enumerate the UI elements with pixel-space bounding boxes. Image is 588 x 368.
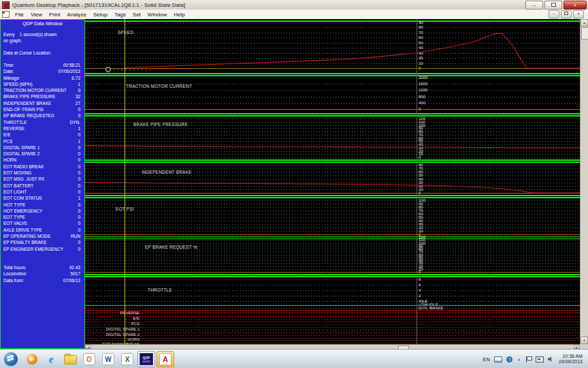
- menu-item-help[interactable]: Help: [170, 10, 188, 19]
- menu-item-tags[interactable]: Tags: [111, 10, 129, 19]
- acrobat-icon: A: [159, 353, 172, 365]
- data-row-label: REVERSE: [3, 125, 24, 132]
- help-icon[interactable]: ?: [506, 356, 512, 363]
- data-row-label: EOT MOVING: [3, 170, 31, 176]
- network-icon[interactable]: [536, 356, 544, 363]
- menu-item-print[interactable]: Print: [46, 10, 63, 19]
- data-row-value: 0: [78, 132, 80, 138]
- data-row-label: AXLE DRIVE TYPE: [3, 227, 42, 233]
- data-row-value: 0: [78, 227, 80, 233]
- data-row: HORN0: [1, 157, 84, 163]
- data-row: EOT BATTERY0: [1, 183, 84, 189]
- data-row-label: SPEED (MPH): [3, 81, 33, 87]
- summary-row-value: 5017: [71, 271, 80, 277]
- data-row-value: 0: [78, 189, 80, 195]
- data-row-label: EOT RADIO BREAK: [3, 164, 44, 170]
- trace-layer: [85, 19, 580, 344]
- summary-row: Data from:07/06/13: [1, 277, 84, 283]
- mdi-close-icon: ×: [577, 12, 580, 16]
- taskbar-acrobat[interactable]: A: [157, 351, 174, 367]
- scroll-up-button[interactable]: ▲: [581, 19, 588, 27]
- data-row: AXLE DRIVE TYPE0: [1, 227, 84, 233]
- menu-item-window[interactable]: Window: [144, 10, 170, 19]
- minimize-button[interactable]: –: [525, 1, 543, 10]
- taskbar: ▶ e O W X QDP A EN ? ▲: [0, 349, 588, 368]
- data-row: EP BRAKE REQUESTED0: [1, 112, 84, 119]
- close-button[interactable]: ×: [564, 1, 587, 10]
- mdi-restore-icon: [564, 12, 568, 15]
- data-row-value: 0: [78, 220, 80, 226]
- restore-button[interactable]: [544, 1, 562, 10]
- taskbar-qdp[interactable]: QDP: [137, 351, 155, 367]
- vertical-scrollbar[interactable]: ▲ ▼: [580, 19, 588, 344]
- data-row-label: E/E: [3, 132, 10, 138]
- taskbar-file-explorer[interactable]: [61, 351, 79, 367]
- data-row-value: 27: [76, 100, 80, 106]
- folder-icon: [64, 355, 77, 365]
- data-row: HOT EMERGENCY0: [1, 208, 84, 214]
- data-row: EP PENALTY BRAKE0: [1, 239, 84, 245]
- data-row: Time:00:58:21: [1, 62, 84, 68]
- data-row: THROTTLEDYN.: [1, 119, 84, 125]
- data-row-value: 0: [78, 176, 80, 182]
- data-row: EOT TYPE0: [1, 214, 84, 220]
- start-button[interactable]: [4, 352, 18, 366]
- data-row: SPEED (MPH)1: [1, 81, 84, 87]
- mdi-minimize-button[interactable]: –: [549, 10, 559, 18]
- data-row: END-OF-TRAIN PSI0: [1, 106, 84, 112]
- menu-item-setup[interactable]: Setup: [90, 10, 111, 19]
- horizontal-scrollbar[interactable]: ◄ ►: [85, 344, 580, 349]
- mdi-close-button[interactable]: ×: [573, 10, 584, 18]
- taskbar-clock[interactable]: 10:36 AM 24/09/2013: [559, 354, 583, 365]
- data-row-label: HOT EMERGENCY: [3, 208, 42, 214]
- data-row: EOT MSG. JUST RX0: [1, 176, 84, 182]
- restore-icon: [551, 3, 556, 7]
- taskbar-media-player[interactable]: ▶: [23, 351, 41, 367]
- hidden-icons-chevron[interactable]: ▲: [517, 357, 521, 361]
- data-row-value: 0: [78, 87, 80, 93]
- data-row-label: EOT LIGHT: [3, 189, 27, 195]
- data-row-value: RUN: [71, 233, 80, 239]
- title-bar: Quantum Desktop Playback - [50171319CAL1…: [0, 0, 588, 10]
- language-indicator[interactable]: EN: [483, 356, 490, 363]
- close-icon: ×: [574, 3, 576, 7]
- chart-wrapper: 9080706050403020100SPEED2000160012008004…: [85, 19, 588, 349]
- excel-icon: X: [121, 353, 133, 365]
- mdi-restore-button[interactable]: [561, 10, 572, 18]
- data-row: TRACTION MOTOR CURRENT0: [1, 87, 84, 93]
- taskbar-internet-explorer[interactable]: e: [42, 351, 60, 367]
- taskbar-word[interactable]: W: [99, 351, 117, 367]
- minimize-icon: –: [533, 3, 536, 7]
- menu-item-analyze[interactable]: Analyze: [64, 10, 90, 19]
- summary-row: Locomotive:5017: [1, 271, 84, 277]
- menu-item-view[interactable]: View: [27, 10, 46, 19]
- data-row-value: 0: [78, 202, 80, 208]
- data-row: INDEPENDENT BRAKE27: [1, 100, 84, 106]
- internet-explorer-icon: e: [49, 354, 54, 365]
- volume-icon[interactable]: [548, 356, 554, 362]
- menu-item-set[interactable]: Set: [129, 10, 144, 19]
- speed-trace: [125, 33, 580, 68]
- action-center-flag-icon[interactable]: [526, 356, 531, 363]
- data-row-label: PCS: [3, 138, 12, 144]
- menu-item-file[interactable]: File: [12, 10, 27, 19]
- taskbar-outlook[interactable]: O: [80, 351, 98, 367]
- data-row-value: 1: [78, 81, 80, 87]
- windows-logo-icon: [7, 356, 10, 358]
- cursor-line[interactable]: [125, 19, 125, 344]
- data-row-label: EP PENALTY BRAKE: [3, 239, 46, 245]
- interval-text: Every 1 second(s) shown: [1, 31, 84, 37]
- keyboard-icon[interactable]: [494, 356, 502, 363]
- scroll-down-icon: ▼: [583, 339, 585, 342]
- data-row-label: EP OPERATING MODE: [3, 233, 50, 239]
- scroll-down-button[interactable]: ▼: [581, 337, 588, 344]
- child-window-icon[interactable]: [2, 11, 10, 18]
- data-row: PCS1: [1, 138, 84, 144]
- vertical-scroll-thumb[interactable]: [581, 27, 588, 40]
- word-icon: W: [102, 353, 114, 365]
- taskbar-excel[interactable]: X: [118, 351, 136, 367]
- chart-area[interactable]: 9080706050403020100SPEED2000160012008004…: [85, 19, 580, 344]
- data-row-value: 1: [78, 125, 80, 132]
- summary-row-value: 92.43: [69, 264, 80, 271]
- data-row-label: Mileage:: [3, 75, 20, 81]
